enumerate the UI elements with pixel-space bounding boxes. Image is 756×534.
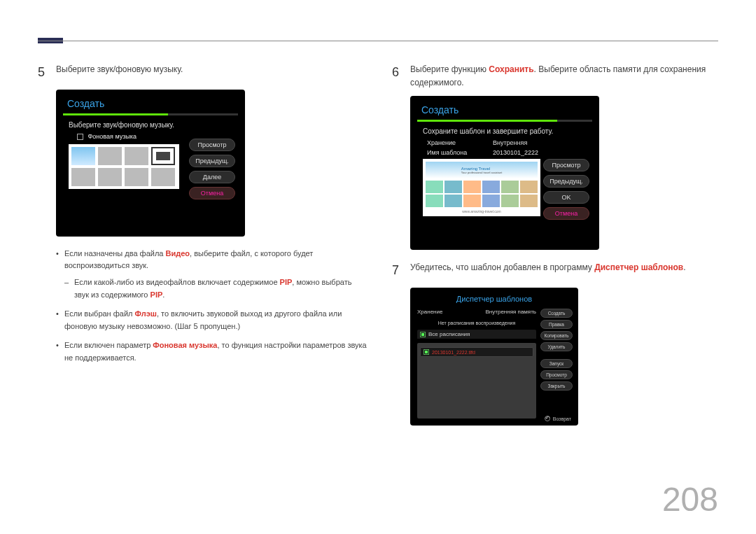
thumbnail-selected[interactable] [151, 147, 175, 165]
progress-bar [417, 120, 592, 122]
storage-value: Внутренняя [493, 139, 527, 146]
file-name: 20130101_2222.tlfd [432, 350, 475, 355]
storage-row: Хранение Внутренняя [427, 139, 587, 146]
step-text: Убедитесь, что шаблон добавлен в програм… [410, 261, 686, 281]
template-preview: Amazing Travel Your professional travel … [423, 159, 540, 216]
note-item: Если назначены два файла Видео, выберите… [56, 248, 368, 301]
preview-cell [501, 195, 519, 207]
step-number: 5 [38, 63, 49, 83]
panel-subheader: Сохраните шаблон и завершите работу. [423, 127, 587, 135]
note-item: Если включен параметр Фоновая музыка, то… [56, 339, 368, 364]
return-hint: Возврат [545, 416, 571, 421]
name-key: Имя шаблона [427, 149, 476, 156]
prev-button[interactable]: Предыдущ. [189, 155, 235, 167]
prev-button[interactable]: Предыдущ. [543, 175, 589, 188]
delete-button[interactable]: Удалить [540, 342, 573, 351]
preview-cell [463, 181, 481, 193]
cancel-button[interactable]: Отмена [543, 207, 589, 220]
panel-title: Создать [63, 97, 238, 113]
cancel-button[interactable]: Отмена [189, 187, 235, 199]
step-5: 5 Выберите звук/фоновую музыку. [38, 63, 368, 83]
preview-cell [482, 195, 500, 207]
thumbnail[interactable] [71, 147, 95, 165]
panel-subheader: Выберите звук/фоновую музыку. [69, 121, 232, 129]
progress-bar [63, 113, 238, 115]
preview-button[interactable]: Просмотр [540, 370, 573, 379]
step-number: 7 [392, 261, 403, 281]
step-text: Выберите функцию Сохранить. Выберите обл… [410, 63, 722, 89]
step-7: 7 Убедитесь, что шаблон добавлен в прогр… [392, 261, 722, 281]
bgmusic-label: Фоновая музыка [88, 133, 136, 140]
preview-cell [520, 195, 538, 207]
thumbnail[interactable] [125, 168, 148, 186]
preview-cell [426, 181, 443, 193]
preview-cell [463, 195, 481, 207]
step-6: 6 Выберите функцию Сохранить. Выберите о… [392, 63, 722, 89]
step-text: Выберите звук/фоновую музыку. [56, 63, 183, 83]
preview-cell [426, 195, 443, 207]
step5-notes: Если назначены два файла Видео, выберите… [56, 248, 368, 365]
storage-value: Внутренняя память [486, 309, 536, 315]
panel-buttons: Просмотр Предыдущ. OK Отмена [543, 159, 589, 223]
template-manager-panel: Диспетчер шаблонов Хранение Внутренняя п… [410, 288, 578, 426]
storage-key: Хранение [427, 139, 476, 146]
checkbox-icon[interactable] [77, 134, 83, 140]
page-number: 208 [662, 480, 718, 519]
name-value: 20130101_2222 [493, 149, 538, 156]
file-list: 20130101_2222.tlfd [417, 343, 536, 419]
note-item: Если выбран файл Флэш, то включить звуко… [56, 308, 368, 332]
preview-cell [444, 195, 462, 207]
thumbnail-grid [69, 144, 179, 189]
thumbnail[interactable] [71, 168, 95, 186]
preview-cell [482, 181, 500, 193]
template-file-row[interactable]: 20130101_2222.tlfd [420, 347, 533, 357]
preview-button[interactable]: Просмотр [189, 139, 235, 151]
note-subitem: Если какой-либо из видеофайлов включает … [64, 276, 368, 301]
create-panel-step6: Создать Сохраните шаблон и завершите раб… [410, 96, 599, 250]
step-number: 6 [392, 63, 403, 89]
preview-cell [501, 181, 519, 193]
storage-row: Хранение Внутренняя память [417, 307, 536, 316]
create-panel-step5: Создать Выберите звук/фоновую музыку. Фо… [56, 90, 245, 237]
preview-cell [444, 181, 462, 193]
thumbnail[interactable] [125, 147, 148, 165]
panel-title: Создать [417, 103, 592, 120]
thumbnail[interactable] [151, 168, 175, 186]
thumbnail[interactable] [98, 147, 122, 165]
thumbnail[interactable] [98, 168, 122, 186]
preview-banner: Amazing Travel Your professional travel … [426, 162, 538, 178]
manager-buttons: Создать Правка Копировать Удалить Запуск… [540, 309, 573, 393]
create-button[interactable]: Создать [540, 309, 573, 318]
preview-button[interactable]: Просмотр [543, 159, 589, 171]
edit-button[interactable]: Правка [540, 320, 573, 329]
next-button[interactable]: Далее [189, 171, 235, 183]
preview-url: www.amazing-travel.com [426, 209, 538, 213]
copy-button[interactable]: Копировать [540, 331, 573, 340]
run-button[interactable]: Запуск [540, 359, 573, 368]
return-icon [545, 416, 550, 421]
ok-button[interactable]: OK [543, 191, 589, 204]
template-name-row: Имя шаблона 20130101_2222 [427, 149, 587, 156]
checkbox-icon[interactable] [420, 332, 426, 337]
checkbox-icon[interactable] [424, 349, 429, 355]
header-rule [38, 41, 718, 41]
no-schedule-text: Нет расписания воспроизведения [417, 316, 536, 330]
manager-title: Диспетчер шаблонов [417, 295, 571, 303]
panel-buttons: Просмотр Предыдущ. Далее Отмена [189, 139, 235, 203]
preview-cell [520, 181, 538, 193]
all-schedules-tab[interactable]: Все расписания [417, 330, 536, 339]
close-button[interactable]: Закрыть [540, 381, 573, 391]
storage-key: Хранение [417, 309, 442, 315]
